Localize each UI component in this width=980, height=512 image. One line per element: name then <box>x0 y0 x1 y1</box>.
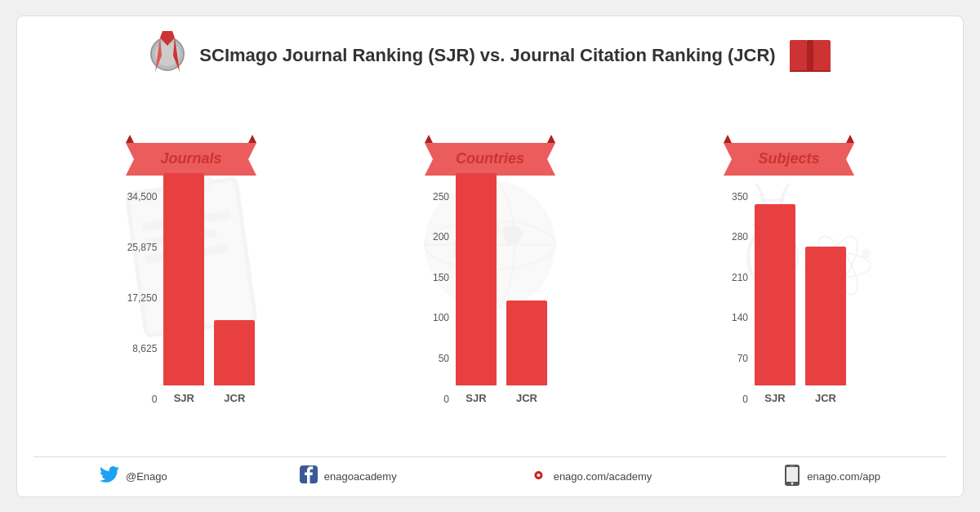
subjects-chart-area: 0 70 140 210 280 350 SJR <box>650 192 928 404</box>
y-label-34500: 34,500 <box>127 192 158 202</box>
charts-row: Journals 0 8,625 <box>33 83 947 453</box>
svg-rect-6 <box>813 40 831 71</box>
medal-icon <box>145 31 189 80</box>
journals-sjr-label: SJR <box>174 392 194 404</box>
y-label-350: 350 <box>732 192 748 202</box>
svg-text:Countries: Countries <box>456 150 524 167</box>
svg-marker-21 <box>547 135 555 143</box>
svg-point-45 <box>791 482 794 484</box>
svg-rect-44 <box>786 467 798 482</box>
countries-jcr-bar-wrap: JCR <box>506 301 547 404</box>
y-label-0: 0 <box>443 394 449 404</box>
journals-banner: Journals <box>126 135 256 183</box>
countries-jcr-bar <box>506 301 547 385</box>
title-row: SCImago Journal Ranking (SJR) vs. Journa… <box>33 24 947 83</box>
subjects-bars-group: SJR JCR <box>755 204 846 404</box>
infographic: SCImago Journal Ranking (SJR) vs. Journa… <box>16 16 964 497</box>
subjects-jcr-bar <box>805 247 846 385</box>
book-icon <box>786 33 835 78</box>
countries-bars-group: SJR JCR <box>456 173 547 404</box>
svg-rect-46 <box>790 465 795 467</box>
facebook-icon <box>300 465 318 488</box>
footer-enago: ⚬ enago.com/academy <box>529 464 653 489</box>
journals-jcr-bar-wrap: JCR <box>214 320 255 404</box>
y-label-50: 50 <box>439 354 449 363</box>
svg-rect-5 <box>790 40 808 71</box>
svg-marker-20 <box>425 135 433 143</box>
svg-marker-29 <box>724 135 732 143</box>
countries-y-axis: 0 50 100 150 200 250 <box>433 192 456 404</box>
y-label-70: 70 <box>737 354 748 363</box>
journals-y-axis: 0 8,625 17,250 25,875 34,500 <box>127 192 164 404</box>
y-label-25875: 25,875 <box>127 243 158 252</box>
subjects-banner: Subjects <box>724 135 854 183</box>
footer-twitter-text: @Enago <box>126 470 167 483</box>
footer: @Enago enagoacademy ⚬ enago.com/academy <box>33 456 947 496</box>
subjects-sjr-bar <box>755 204 795 385</box>
countries-sjr-label: SJR <box>466 392 486 404</box>
countries-chart-area: 0 50 100 150 200 250 SJR <box>351 173 629 404</box>
chart-countries: Countries <box>351 127 629 453</box>
countries-banner: Countries <box>425 135 555 183</box>
enago-logo-icon: ⚬ <box>529 464 547 489</box>
y-label-17250: 17,250 <box>127 293 158 303</box>
countries-bars: SJR JCR <box>456 173 547 404</box>
y-label-250: 250 <box>433 192 449 202</box>
subjects-sjr-label: SJR <box>764 392 785 404</box>
journals-jcr-bar <box>214 320 255 385</box>
subjects-bars: SJR JCR <box>755 204 846 404</box>
twitter-icon <box>100 466 119 488</box>
journals-bars: SJR JCR <box>163 173 255 404</box>
subjects-jcr-bar-wrap: JCR <box>805 247 846 404</box>
page-title: SCImago Journal Ranking (SJR) vs. Journa… <box>199 45 775 66</box>
footer-twitter: @Enago <box>100 466 167 488</box>
chart-journals: Journals 0 8,625 <box>52 127 330 453</box>
subjects-jcr-label: JCR <box>815 392 836 404</box>
footer-facebook: enagoacademy <box>300 465 397 488</box>
journals-sjr-bar-wrap: SJR <box>163 173 204 404</box>
y-label-0: 0 <box>742 394 748 404</box>
countries-sjr-bar-wrap: SJR <box>456 173 497 404</box>
svg-marker-11 <box>248 135 256 143</box>
y-label-150: 150 <box>433 273 449 283</box>
journals-bars-group: SJR JCR <box>163 173 255 404</box>
chart-subjects: Subjects <box>650 127 928 453</box>
subjects-sjr-bar-wrap: SJR <box>755 204 795 404</box>
y-label-210: 210 <box>732 273 748 283</box>
y-label-8625: 8,625 <box>132 344 157 354</box>
svg-marker-30 <box>846 135 854 143</box>
y-label-0: 0 <box>152 394 158 404</box>
y-label-100: 100 <box>433 313 449 323</box>
y-label-200: 200 <box>433 232 449 242</box>
phone-icon <box>784 464 800 490</box>
y-label-280: 280 <box>732 232 748 242</box>
footer-facebook-text: enagoacademy <box>324 470 397 483</box>
countries-sjr-bar <box>456 173 497 385</box>
y-label-140: 140 <box>732 313 748 323</box>
svg-marker-10 <box>126 135 134 143</box>
countries-jcr-label: JCR <box>516 392 537 404</box>
subjects-y-axis: 0 70 140 210 280 350 <box>732 192 755 404</box>
journals-sjr-bar <box>163 173 204 385</box>
footer-enago-text: enago.com/academy <box>554 470 653 483</box>
journals-chart-area: 0 8,625 17,250 25,875 34,500 SJR <box>52 173 330 404</box>
svg-text:Subjects: Subjects <box>758 150 819 167</box>
journals-jcr-label: JCR <box>224 392 245 404</box>
footer-app: enago.com/app <box>784 464 880 490</box>
svg-text:Journals: Journals <box>160 150 221 167</box>
svg-rect-7 <box>807 40 813 71</box>
footer-app-text: enago.com/app <box>807 470 880 483</box>
